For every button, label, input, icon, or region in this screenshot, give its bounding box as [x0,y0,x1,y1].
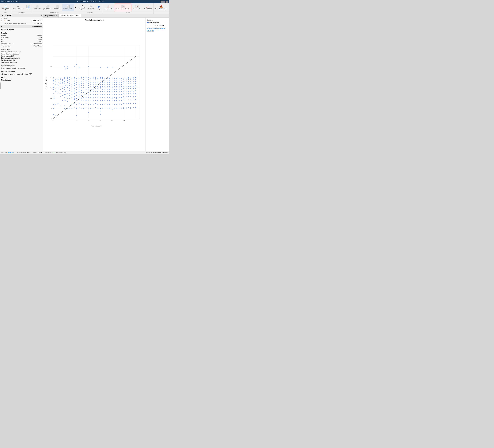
svg-point-220 [88,83,89,84]
new-session-button[interactable]: 📄 New Session ▼ [0,4,11,11]
scatter-chart: Predicted response True response 0 [45,23,144,149]
svg-point-38 [53,89,54,90]
svg-point-287 [100,87,101,88]
model-more-arrow[interactable]: ▼ [74,6,76,9]
svg-point-366 [116,108,117,109]
tab-bar: Response Plot ✕ Predicted vs. Actual Plo… [43,14,169,17]
generate-function-button[interactable]: ⚙ Generate Function [169,4,169,11]
svg-point-411 [123,86,124,87]
response-plot-button[interactable]: 📈 Response Plot [103,4,114,11]
svg-point-440 [128,77,129,78]
svg-point-241 [93,91,94,92]
svg-point-345 [112,91,112,92]
svg-point-97 [67,96,68,97]
svg-point-417 [126,103,127,104]
history-collapse[interactable]: ▼ [1,17,2,19]
how-to-link[interactable]: How to use the predicted vs. actual plot [147,28,168,32]
svg-point-294 [102,94,103,95]
svg-point-409 [123,91,124,92]
svg-point-225 [90,104,91,105]
svg-point-418 [126,100,127,100]
svg-point-36 [53,96,54,97]
tab-view[interactable]: VIEW [98,0,105,3]
svg-point-341 [112,104,112,105]
svg-point-228 [90,94,91,95]
svg-text:Predicted response: Predicted response [45,76,47,90]
svg-point-431 [128,96,129,97]
use-parallel-button[interactable]: ⚙ Use Parallel [86,4,96,11]
current-model-collapse[interactable]: ▼ [1,25,2,27]
svg-point-382 [119,97,120,98]
tab-regression[interactable]: REGRESSION LEARNER [76,0,98,3]
linear-svm-button[interactable]: ⬜ Linear SVM [33,4,42,11]
cubic-svm-button[interactable]: ⬜ Cubic SVM [53,4,62,11]
svg-point-282 [100,84,101,85]
predicted-vs-actual-button[interactable]: 📈 Predicted vs. Actual Plot [115,4,131,11]
svg-point-139 [74,83,75,84]
residuals-plot-button[interactable]: 📈 Residuals Plot [132,4,142,11]
svg-point-95 [67,101,68,102]
svg-point-74 [58,79,59,80]
svg-point-133 [74,99,75,100]
svg-point-237 [93,104,94,105]
svg-point-71 [58,88,59,89]
svg-point-206 [86,85,86,85]
optimizer-value: Hyperparameter options disabled [1,67,42,69]
svg-point-297 [102,86,103,87]
quadratic-svm-button[interactable]: ⬜ Quadratic SVM [42,4,53,11]
svg-point-191 [83,89,84,90]
close-button[interactable]: ✕ [166,0,168,3]
titlebar-controls[interactable]: − □ ✕ [161,0,168,3]
svg-point-81 [60,83,61,84]
svg-point-267 [97,91,98,92]
results-section-title: Results [1,32,42,34]
svg-point-416 [126,107,127,108]
svg-point-150 [76,92,77,93]
svg-point-219 [88,85,89,86]
svg-point-208 [86,80,86,81]
predicted-vs-actual-label: Predicted vs. Actual Plot [116,8,130,10]
tab-response-plot[interactable]: Response Plot ✕ [43,14,59,17]
svg-point-271 [97,82,98,83]
svg-point-357 [114,97,115,98]
svg-point-397 [121,89,122,90]
export-plot-to-figure-button[interactable]: 📤 Export Plot to Figure [154,4,168,11]
svg-point-200 [86,100,86,101]
fine-gaussian-button[interactable]: ⬜ Fine Gaussian... [62,4,74,11]
maximize-button[interactable]: □ [163,0,165,3]
feature-selection-button[interactable]: ≡ Feature Selection [12,4,25,11]
tab-predicted-vs-actual[interactable]: Predicted vs. Actual Plot ✕ [59,14,81,17]
ribbon-plot-items: 📈 Response Plot 📈 Predicted vs. Actual P… [103,4,153,11]
history-item[interactable]: 1 ☆ SVM RMSE 8.9134 [0,19,43,22]
legend-observations-label: Observations [149,22,159,24]
svg-point-301 [102,78,103,79]
advanced-button[interactable]: ⚙ Advanced ▼ [78,4,86,11]
ribbon-tabs[interactable]: REGRESSION LEARNER VIEW [76,0,105,3]
svg-point-82 [60,81,61,82]
svg-point-403 [121,98,122,99]
pca-button[interactable]: 📊 PCA [25,4,31,11]
svg-point-264 [97,100,98,101]
svg-point-254 [95,91,96,92]
left-scrollbar[interactable] [0,82,1,89]
svg-point-226 [90,100,91,101]
plot-main: Predictions: model 1 Predicted response … [43,17,146,151]
tab-response-plot-close[interactable]: ✕ [56,15,57,16]
svg-point-182 [81,81,82,82]
svg-point-308 [104,91,105,92]
legend-observations-item: Observations [147,22,168,24]
svg-point-179 [81,87,82,88]
features-group-label: FEATURES [12,12,31,13]
svg-point-227 [90,97,91,98]
min-mse-plot-button[interactable]: 📈 Min MSE Plot [143,4,153,11]
data-browser-expand[interactable]: ⊕ [41,14,42,16]
svg-point-352 [112,87,112,88]
model-type-more[interactable]: ▼ [74,4,76,11]
tab-predicted-vs-actual-close[interactable]: ✕ [78,15,79,16]
train-button[interactable]: ▶ Train [96,4,102,11]
svg-point-436 [128,83,129,84]
scroll-thumb[interactable] [0,83,1,89]
svg-point-361 [114,86,115,87]
minimize-button[interactable]: − [161,0,163,3]
svg-point-141 [74,78,75,79]
